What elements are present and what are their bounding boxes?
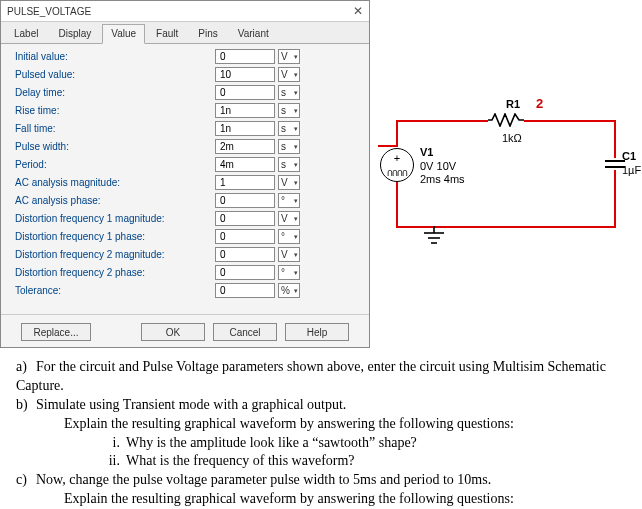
unit-text: V (281, 51, 288, 62)
unit-text: V (281, 213, 288, 224)
field-input[interactable] (215, 157, 275, 172)
field-input[interactable] (215, 85, 275, 100)
field-row: AC analysis magnitude:V▾ (15, 174, 359, 191)
pulse-voltage-dialog: PULSE_VOLTAGE ✕ Label Display Value Faul… (0, 0, 370, 348)
item-bi-num: i. (102, 434, 126, 453)
unit-dropdown[interactable]: s▾ (278, 121, 300, 136)
unit-text: V (281, 69, 288, 80)
tab-pins[interactable]: Pins (189, 24, 226, 43)
dialog-tabs: Label Display Value Fault Pins Variant (1, 22, 369, 44)
field-input[interactable] (215, 67, 275, 82)
chevron-down-icon: ▾ (294, 53, 298, 61)
pulse-source-icon: + ՈՈՈՈ (380, 148, 414, 182)
pulse-icon: ՈՈՈՈ (387, 169, 407, 178)
field-label: Distortion frequency 1 phase: (15, 231, 215, 242)
unit-dropdown[interactable]: °▾ (278, 229, 300, 244)
unit-dropdown[interactable]: %▾ (278, 283, 300, 298)
field-input[interactable] (215, 247, 275, 262)
unit-text: s (281, 87, 286, 98)
item-c-letter: c) (16, 471, 36, 490)
unit-dropdown[interactable]: V▾ (278, 49, 300, 64)
questions-block: a)For the circuit and Pulse Voltage para… (0, 348, 642, 509)
unit-dropdown[interactable]: V▾ (278, 67, 300, 82)
field-label: Pulse width: (15, 141, 215, 152)
unit-text: s (281, 141, 286, 152)
unit-text: ° (281, 267, 285, 278)
field-row: Pulsed value:V▾ (15, 66, 359, 83)
chevron-down-icon: ▾ (294, 287, 298, 295)
field-label: Pulsed value: (15, 69, 215, 80)
dialog-title: PULSE_VOLTAGE (7, 6, 91, 17)
chevron-down-icon: ▾ (294, 251, 298, 259)
replace-button[interactable]: Replace... (21, 323, 91, 341)
item-a-letter: a) (16, 358, 36, 377)
field-input[interactable] (215, 283, 275, 298)
field-row: Distortion frequency 1 magnitude:V▾ (15, 210, 359, 227)
item-b-letter: b) (16, 396, 36, 415)
field-label: Tolerance: (15, 285, 215, 296)
dialog-titlebar: PULSE_VOLTAGE ✕ (1, 1, 369, 22)
field-label: Distortion frequency 2 magnitude: (15, 249, 215, 260)
unit-text: s (281, 123, 286, 134)
unit-dropdown[interactable]: V▾ (278, 247, 300, 262)
v1-line1: 0V 10V (420, 160, 456, 172)
chevron-down-icon: ▾ (294, 215, 298, 223)
ok-button[interactable]: OK (141, 323, 205, 341)
field-label: Delay time: (15, 87, 215, 98)
field-row: Tolerance:%▾ (15, 282, 359, 299)
node-2: 2 (536, 96, 543, 111)
field-input[interactable] (215, 193, 275, 208)
tab-display[interactable]: Display (49, 24, 100, 43)
field-input[interactable] (215, 175, 275, 190)
field-input[interactable] (215, 211, 275, 226)
field-input[interactable] (215, 139, 275, 154)
field-row: Pulse width:s▾ (15, 138, 359, 155)
r1-value: 1kΩ (502, 132, 522, 144)
tab-label[interactable]: Label (5, 24, 47, 43)
question-b-i: Why is the amplitude look like a “sawtoo… (126, 435, 417, 450)
v1-label: V1 (420, 146, 433, 158)
unit-text: ° (281, 231, 285, 242)
unit-text: V (281, 177, 288, 188)
chevron-down-icon: ▾ (294, 89, 298, 97)
source-plus: + (394, 152, 400, 164)
chevron-down-icon: ▾ (294, 179, 298, 187)
unit-dropdown[interactable]: s▾ (278, 139, 300, 154)
unit-text: V (281, 249, 288, 260)
question-b: Simulate using Transient mode with a gra… (36, 397, 346, 412)
field-row: Fall time:s▾ (15, 120, 359, 137)
question-a: For the circuit and Pulse Voltage parame… (16, 359, 606, 393)
resistor-icon (488, 113, 524, 127)
unit-dropdown[interactable]: V▾ (278, 175, 300, 190)
question-b-ii: What is the frequency of this waveform? (126, 453, 355, 468)
tab-variant[interactable]: Variant (229, 24, 278, 43)
tab-value[interactable]: Value (102, 24, 145, 44)
field-label: AC analysis magnitude: (15, 177, 215, 188)
tab-fault[interactable]: Fault (147, 24, 187, 43)
unit-dropdown[interactable]: s▾ (278, 85, 300, 100)
field-input[interactable] (215, 49, 275, 64)
unit-dropdown[interactable]: s▾ (278, 157, 300, 172)
unit-dropdown[interactable]: °▾ (278, 265, 300, 280)
help-button[interactable]: Help (285, 323, 349, 341)
field-input[interactable] (215, 265, 275, 280)
field-row: Distortion frequency 2 magnitude:V▾ (15, 246, 359, 263)
field-row: Distortion frequency 1 phase:°▾ (15, 228, 359, 245)
question-c: Now, change the pulse voltage parameter … (36, 472, 491, 487)
field-input[interactable] (215, 229, 275, 244)
question-b-explain: Explain the resulting graphical waveform… (64, 416, 514, 431)
question-c-explain: Explain the resulting graphical waveform… (64, 491, 514, 506)
field-input[interactable] (215, 121, 275, 136)
field-row: Initial value:V▾ (15, 48, 359, 65)
chevron-down-icon: ▾ (294, 125, 298, 133)
unit-dropdown[interactable]: s▾ (278, 103, 300, 118)
unit-text: s (281, 159, 286, 170)
field-input[interactable] (215, 103, 275, 118)
unit-dropdown[interactable]: V▾ (278, 211, 300, 226)
item-bii-num: ii. (102, 452, 126, 471)
field-row: Distortion frequency 2 phase:°▾ (15, 264, 359, 281)
cancel-button[interactable]: Cancel (213, 323, 277, 341)
close-icon[interactable]: ✕ (353, 4, 363, 18)
field-label: AC analysis phase: (15, 195, 215, 206)
unit-dropdown[interactable]: °▾ (278, 193, 300, 208)
